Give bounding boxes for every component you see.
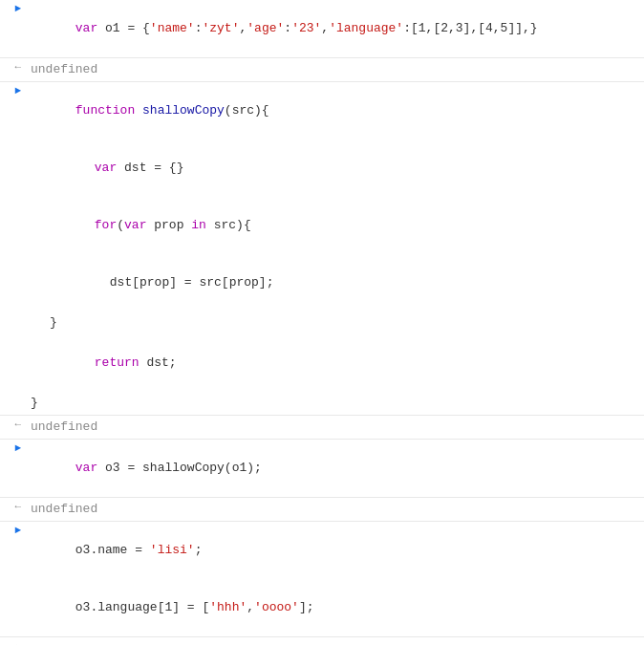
gutter-input: ► <box>0 1 27 14</box>
str-key2: 'age' <box>247 21 284 35</box>
gutter-func4 <box>0 255 27 257</box>
func-line2: var dst = {} <box>46 140 644 196</box>
input-func-line3: for(var prop in src){ <box>0 197 644 254</box>
input-o3: ► var o3 = shallowCopy(o1); <box>0 440 644 498</box>
func-line5: } <box>46 312 644 333</box>
func-line4: dst[prop] = src[prop]; <box>61 255 644 311</box>
gutter-out2: ← <box>0 417 27 430</box>
func-line6: return dst; <box>46 335 644 391</box>
input-func-line6: return dst; <box>0 334 644 392</box>
output-array: ← ►(2) ["hhh", "oooo"] <box>0 637 644 645</box>
assign1-code: o3.name = 'lisi'; <box>27 523 644 578</box>
gutter-assign1: ► <box>0 523 27 536</box>
func-line1: function shallowCopy(src){ <box>27 83 644 139</box>
gutter-func6 <box>0 335 27 337</box>
input-assign2: o3.language[1] = ['hhh','oooo']; <box>0 579 644 637</box>
array-value: ►(2) ["hhh", "oooo"] <box>27 638 644 645</box>
gutter-func3 <box>0 198 27 200</box>
str-key1: 'name' <box>150 21 195 35</box>
undefined-text: undefined <box>27 59 644 80</box>
var-keyword: var <box>75 21 105 35</box>
input-func-line4: dst[prop] = src[prop]; <box>0 254 644 312</box>
gutter-func5 <box>0 312 27 314</box>
undefined-text-3: undefined <box>27 499 644 520</box>
undefined-text-2: undefined <box>27 417 644 438</box>
gutter-func: ► <box>0 83 27 97</box>
str-val1: 'zyt' <box>202 21 239 35</box>
gutter-out3: ← <box>0 499 27 512</box>
func-line7: } <box>27 393 644 414</box>
gutter-assign2 <box>0 580 27 582</box>
gutter-o3: ► <box>0 441 27 454</box>
output-undefined-1: ← undefined <box>0 58 644 82</box>
input-func-line1: ► function shallowCopy(src){ <box>0 82 644 140</box>
gutter-func2 <box>0 140 27 142</box>
gutter-array: ← <box>0 638 27 645</box>
input-func-line2: var dst = {} <box>0 140 644 197</box>
input-func-line5: } <box>0 312 644 334</box>
str-key3: 'language' <box>329 21 403 35</box>
output-undefined-2: ← undefined <box>0 416 644 440</box>
console-panel: ► var o1 = {'name':'zyt','age':'23','lan… <box>0 0 644 645</box>
func-line3: for(var prop in src){ <box>46 198 644 253</box>
input-func-line7: } <box>0 392 644 416</box>
assign2-code: o3.language[1] = ['hhh','oooo']; <box>27 580 644 635</box>
code-content: var o1 = {'name':'zyt','age':'23','langu… <box>27 1 644 56</box>
gutter-output: ← <box>0 59 27 73</box>
var-name: o1 = { <box>105 21 150 35</box>
input-line-o1: ► var o1 = {'name':'zyt','age':'23','lan… <box>0 0 644 58</box>
gutter-func7 <box>0 393 27 395</box>
str-val2: '23' <box>291 21 321 35</box>
output-undefined-3: ← undefined <box>0 498 644 522</box>
input-assign1: ► o3.name = 'lisi'; <box>0 522 644 579</box>
o3-code: var o3 = shallowCopy(o1); <box>27 441 644 496</box>
